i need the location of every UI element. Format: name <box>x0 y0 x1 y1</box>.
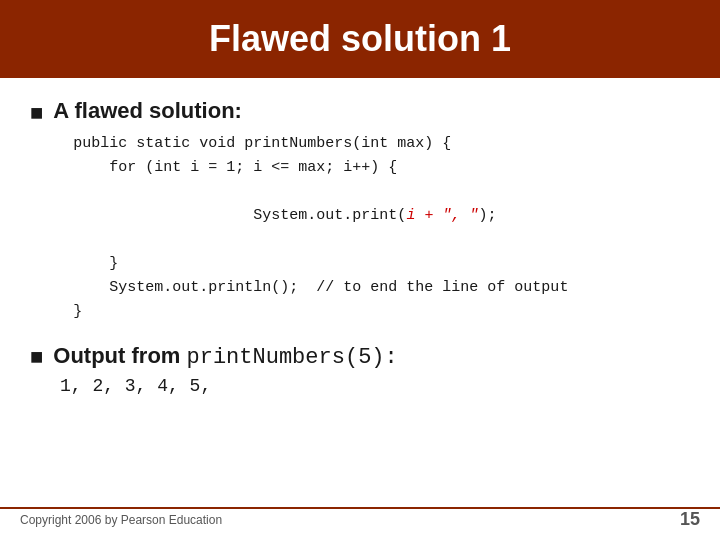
code-highlighted: i + ", " <box>406 207 478 224</box>
footer-copyright: Copyright 2006 by Pearson Education <box>20 513 222 527</box>
output-label-mono: printNumbers(5): <box>187 345 398 370</box>
title-bar: Flawed solution 1 <box>0 0 720 78</box>
bullet-2-marker: ■ <box>30 344 43 370</box>
slide: Flawed solution 1 ■ A flawed solution: p… <box>0 0 720 540</box>
content-area: ■ A flawed solution: public static void … <box>0 78 720 406</box>
bullet-1-section: ■ A flawed solution: public static void … <box>30 98 690 324</box>
bullet-1-content: A flawed solution: public static void pr… <box>53 98 568 324</box>
code-line-6: } <box>73 300 568 324</box>
bullet-1-label: A flawed solution: <box>53 98 242 123</box>
code-line-3: System.out.print(i + ", "); <box>73 180 568 252</box>
output-value: 1, 2, 3, 4, 5, <box>60 376 690 396</box>
code-line-5: System.out.println(); // to end the line… <box>73 276 568 300</box>
output-bullet-row: ■ Output from printNumbers(5): <box>30 342 690 370</box>
code-line-2: for (int i = 1; i <= max; i++) { <box>73 156 568 180</box>
bullet-1-marker: ■ <box>30 100 43 126</box>
code-line-4: } <box>73 252 568 276</box>
footer-page: 15 <box>680 509 700 530</box>
code-line-1: public static void printNumbers(int max)… <box>73 132 568 156</box>
output-label: Output from printNumbers(5): <box>53 343 397 370</box>
slide-title: Flawed solution 1 <box>30 18 690 60</box>
bullet-2-section: ■ Output from printNumbers(5): 1, 2, 3, … <box>30 342 690 396</box>
footer: Copyright 2006 by Pearson Education 15 <box>0 507 720 530</box>
code-block: public static void printNumbers(int max)… <box>73 132 568 324</box>
output-label-pre: Output from <box>53 343 186 368</box>
